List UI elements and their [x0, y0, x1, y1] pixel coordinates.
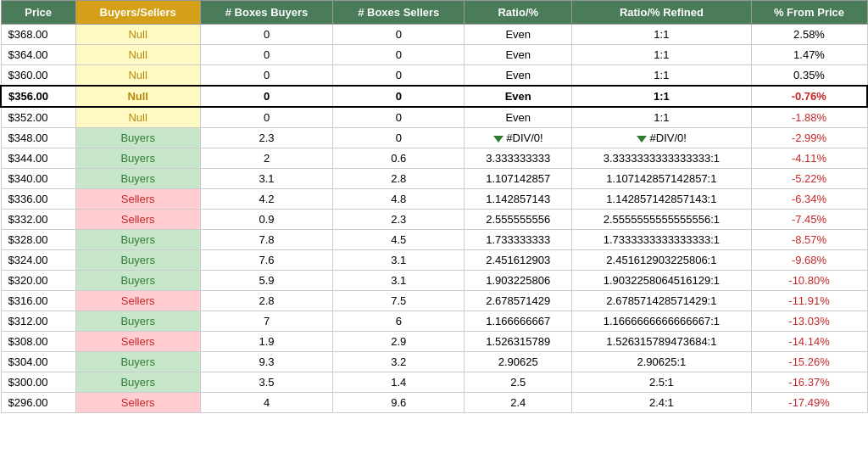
cell-boxes-sellers: 0: [333, 65, 465, 87]
cell-boxes-buyers: 4.2: [200, 189, 333, 210]
cell-ratio-refined: 2.451612903225806:1: [572, 250, 751, 271]
header-buyers-sellers: Buyers/Sellers: [75, 1, 200, 25]
cell-boxes-sellers: 7.5: [333, 291, 465, 311]
cell-price: $336.00: [1, 189, 75, 210]
header-from-price: % From Price: [751, 1, 867, 25]
cell-ratio: 1.166666667: [465, 311, 572, 332]
cell-boxes-buyers: 2.3: [200, 128, 333, 148]
cell-boxes-sellers: 0.6: [333, 148, 465, 169]
cell-price: $348.00: [1, 128, 75, 148]
cell-from-price: -7.45%: [751, 210, 867, 230]
cell-ratio: 1.142857143: [465, 189, 572, 210]
cell-ratio-refined: 1.1666666666666667:1: [572, 311, 751, 332]
main-table: Price Buyers/Sellers # Boxes Buyers # Bo…: [0, 0, 868, 413]
cell-boxes-sellers: 4.8: [333, 189, 465, 210]
cell-buyers-sellers: Null: [75, 86, 200, 107]
cell-from-price: 2.58%: [751, 25, 867, 45]
cell-boxes-sellers: 3.1: [333, 271, 465, 291]
cell-boxes-buyers: 7.8: [200, 230, 333, 250]
cell-boxes-buyers: 2.8: [200, 291, 333, 311]
cell-ratio-refined: 1:1: [572, 25, 751, 45]
cell-ratio-refined: 2.678571428571429:1: [572, 291, 751, 311]
header-ratio: Ratio/%: [465, 1, 572, 25]
cell-buyers-sellers: Buyers: [75, 230, 200, 250]
cell-from-price: 1.47%: [751, 45, 867, 65]
header-boxes-sellers: # Boxes Sellers: [333, 1, 465, 25]
cell-from-price: -17.49%: [751, 393, 867, 413]
cell-ratio: Even: [465, 25, 572, 45]
cell-from-price: -8.57%: [751, 230, 867, 250]
cell-boxes-sellers: 9.6: [333, 393, 465, 413]
cell-ratio: Even: [465, 65, 572, 87]
cell-buyers-sellers: Buyers: [75, 128, 200, 148]
header-boxes-buyers: # Boxes Buyers: [200, 1, 333, 25]
cell-buyers-sellers: Null: [75, 25, 200, 45]
cell-price: $308.00: [1, 332, 75, 352]
cell-from-price: -1.88%: [751, 107, 867, 128]
cell-from-price: -11.91%: [751, 291, 867, 311]
cell-buyers-sellers: Buyers: [75, 372, 200, 393]
cell-from-price: -13.03%: [751, 311, 867, 332]
cell-ratio: 2.678571429: [465, 291, 572, 311]
arrow-down-icon: [493, 136, 504, 143]
cell-price: $344.00: [1, 148, 75, 169]
cell-buyers-sellers: Buyers: [75, 271, 200, 291]
cell-boxes-buyers: 0: [200, 107, 333, 128]
cell-boxes-sellers: 0: [333, 86, 465, 107]
cell-boxes-sellers: 6: [333, 311, 465, 332]
cell-ratio: 2.451612903: [465, 250, 572, 271]
cell-boxes-buyers: 7: [200, 311, 333, 332]
cell-boxes-buyers: 9.3: [200, 352, 333, 372]
cell-boxes-buyers: 3.5: [200, 372, 333, 393]
cell-boxes-buyers: 3.1: [200, 169, 333, 189]
cell-ratio: 1.903225806: [465, 271, 572, 291]
cell-ratio: Even: [465, 45, 572, 65]
cell-price: $360.00: [1, 65, 75, 87]
cell-buyers-sellers: Buyers: [75, 352, 200, 372]
cell-price: $324.00: [1, 250, 75, 271]
cell-price: $340.00: [1, 169, 75, 189]
cell-from-price: -16.37%: [751, 372, 867, 393]
cell-ratio: 1.107142857: [465, 169, 572, 189]
cell-from-price: -14.14%: [751, 332, 867, 352]
cell-boxes-buyers: 4: [200, 393, 333, 413]
cell-ratio: 1.526315789: [465, 332, 572, 352]
cell-boxes-sellers: 2.8: [333, 169, 465, 189]
cell-buyers-sellers: Sellers: [75, 210, 200, 230]
cell-boxes-sellers: 3.1: [333, 250, 465, 271]
cell-boxes-sellers: 0: [333, 128, 465, 148]
cell-price: $352.00: [1, 107, 75, 128]
cell-from-price: -6.34%: [751, 189, 867, 210]
cell-buyers-sellers: Sellers: [75, 393, 200, 413]
cell-ratio-refined: 1:1: [572, 107, 751, 128]
cell-price: $368.00: [1, 25, 75, 45]
cell-ratio-refined: 1.142857142857143:1: [572, 189, 751, 210]
cell-price: $356.00: [1, 86, 75, 107]
cell-from-price: -15.26%: [751, 352, 867, 372]
cell-boxes-sellers: 3.2: [333, 352, 465, 372]
cell-boxes-buyers: 0: [200, 25, 333, 45]
cell-ratio: 2.555555556: [465, 210, 572, 230]
cell-buyers-sellers: Buyers: [75, 311, 200, 332]
cell-buyers-sellers: Sellers: [75, 332, 200, 352]
cell-buyers-sellers: Buyers: [75, 148, 200, 169]
header-ratio-refined: Ratio/% Refined: [572, 1, 751, 25]
cell-ratio: 2.5: [465, 372, 572, 393]
cell-price: $316.00: [1, 291, 75, 311]
cell-buyers-sellers: Sellers: [75, 189, 200, 210]
cell-ratio-refined: 1.9032258064516129:1: [572, 271, 751, 291]
cell-price: $328.00: [1, 230, 75, 250]
cell-buyers-sellers: Buyers: [75, 169, 200, 189]
cell-price: $296.00: [1, 393, 75, 413]
cell-from-price: -5.22%: [751, 169, 867, 189]
cell-boxes-sellers: 0: [333, 107, 465, 128]
cell-ratio: Even: [465, 86, 572, 107]
cell-ratio: 2.4: [465, 393, 572, 413]
cell-boxes-buyers: 2: [200, 148, 333, 169]
cell-boxes-sellers: 0: [333, 25, 465, 45]
cell-price: $364.00: [1, 45, 75, 65]
cell-price: $332.00: [1, 210, 75, 230]
cell-boxes-buyers: 7.6: [200, 250, 333, 271]
cell-ratio-refined: 2.4:1: [572, 393, 751, 413]
cell-boxes-buyers: 0: [200, 65, 333, 87]
